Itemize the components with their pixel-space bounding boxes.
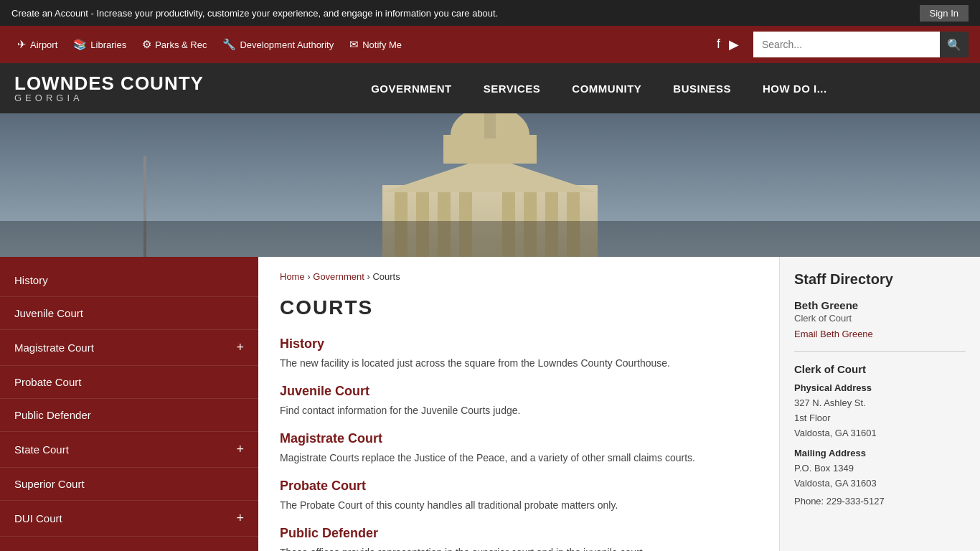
sidebar-item-juvenile[interactable]: Juvenile Court bbox=[0, 297, 258, 330]
mailing-address-label: Mailing Address bbox=[794, 448, 966, 458]
content-area: History Juvenile Court Magistrate Court … bbox=[0, 257, 980, 551]
nav-how-do-i[interactable]: HOW DO I... bbox=[747, 63, 843, 113]
section-juvenile-heading: Juvenile Court bbox=[280, 384, 758, 399]
utility-links: ✈ Airport 📚 Libraries ⚙ Parks & Rec 🔧 De… bbox=[11, 38, 702, 51]
section-magistrate-text: Magistrate Courts replace the Justice of… bbox=[280, 451, 758, 466]
sidebar-superior-label: Superior Court bbox=[14, 478, 85, 490]
sidebar-item-superior[interactable]: Superior Court bbox=[0, 468, 258, 501]
staff-person: Beth Greene Clerk of Court Email Beth Gr… bbox=[794, 299, 966, 339]
facebook-icon: f bbox=[717, 37, 720, 51]
nav-business[interactable]: BUSINESS bbox=[657, 63, 747, 113]
primary-nav: GOVERNMENT SERVICES COMMUNITY BUSINESS H… bbox=[232, 63, 966, 113]
sign-in-button[interactable]: Sign In bbox=[920, 5, 969, 22]
breadcrumb-home[interactable]: Home bbox=[280, 271, 305, 282]
hero-image bbox=[0, 113, 980, 257]
clerk-section-title: Clerk of Court bbox=[794, 363, 966, 375]
search-input[interactable] bbox=[753, 32, 940, 57]
dev-icon: 🔧 bbox=[222, 38, 236, 51]
sidebar-item-dui[interactable]: DUI Court + bbox=[0, 501, 258, 537]
svg-rect-15 bbox=[0, 221, 980, 257]
parks-icon: ⚙ bbox=[142, 38, 151, 51]
section-probate-heading: Probate Court bbox=[280, 479, 758, 494]
nav-services[interactable]: SERVICES bbox=[468, 63, 557, 113]
breadcrumb-government[interactable]: Government bbox=[313, 271, 364, 282]
notify-icon: ✉ bbox=[349, 38, 359, 51]
dev-authority-link[interactable]: 🔧 Development Authority bbox=[217, 38, 339, 51]
search-button[interactable]: 🔍 bbox=[940, 32, 969, 57]
parks-label: Parks & Rec bbox=[155, 39, 207, 50]
top-banner: Create an Account - Increase your produc… bbox=[0, 0, 980, 26]
airport-label: Airport bbox=[30, 39, 57, 50]
utility-nav: ✈ Airport 📚 Libraries ⚙ Parks & Rec 🔧 De… bbox=[0, 26, 980, 63]
site-logo[interactable]: LOWNDES COUNTY GEORGIA bbox=[14, 74, 204, 103]
sidebar-item-public-defender[interactable]: Public Defender bbox=[0, 399, 258, 432]
notify-link[interactable]: ✉ Notify Me bbox=[344, 38, 407, 51]
notify-label: Notify Me bbox=[362, 39, 402, 50]
sidebar-probate-label: Probate Court bbox=[14, 376, 81, 388]
physical-address-label: Physical Address bbox=[794, 382, 966, 393]
staff-name: Beth Greene bbox=[794, 299, 966, 311]
youtube-link[interactable]: ▶ bbox=[729, 37, 739, 52]
sidebar-juvenile-label: Juvenile Court bbox=[14, 307, 83, 319]
social-icons: f ▶ bbox=[717, 37, 739, 52]
section-magistrate-heading: Magistrate Court bbox=[280, 431, 758, 446]
breadcrumb: Home › Government › Courts bbox=[280, 271, 758, 282]
parks-link[interactable]: ⚙ Parks & Rec bbox=[136, 38, 212, 51]
sidebar-item-probate[interactable]: Probate Court bbox=[0, 366, 258, 399]
phone-text: Phone: 229-333-5127 bbox=[794, 496, 966, 507]
section-public-defender-text: These offices provide representation in … bbox=[280, 545, 758, 551]
staff-email-link[interactable]: Email Beth Greene bbox=[794, 329, 873, 339]
search-bar: 🔍 bbox=[753, 32, 969, 57]
sidebar-public-defender-label: Public Defender bbox=[14, 409, 91, 421]
sidebar-dui-label: DUI Court bbox=[14, 512, 62, 524]
nav-community[interactable]: COMMUNITY bbox=[556, 63, 657, 113]
libraries-label: Libraries bbox=[90, 39, 126, 50]
physical-address: 327 N. Ashley St. 1st Floor Valdosta, GA… bbox=[794, 396, 966, 441]
mailing-address: P.O. Box 1349 Valdosta, GA 31603 bbox=[794, 461, 966, 491]
page-title: COURTS bbox=[280, 296, 758, 319]
section-history-text: The new facility is located just across … bbox=[280, 356, 758, 371]
logo-title: LOWNDES COUNTY bbox=[14, 74, 204, 93]
main-content: Home › Government › Courts COURTS Histor… bbox=[258, 257, 779, 551]
dui-expand-icon[interactable]: + bbox=[236, 511, 244, 526]
logo-subtitle: GEORGIA bbox=[14, 93, 83, 103]
nav-government[interactable]: GOVERNMENT bbox=[355, 63, 468, 113]
svg-rect-13 bbox=[484, 113, 496, 138]
sidebar-item-history[interactable]: History bbox=[0, 264, 258, 297]
section-probate-text: The Probate Court of this county handles… bbox=[280, 498, 758, 513]
facebook-link[interactable]: f bbox=[717, 37, 720, 52]
staff-directory: Staff Directory Beth Greene Clerk of Cou… bbox=[779, 257, 980, 551]
sidebar-item-state[interactable]: State Court + bbox=[0, 432, 258, 468]
section-public-defender-heading: Public Defender bbox=[280, 526, 758, 541]
staff-divider bbox=[794, 351, 966, 352]
dev-label: Development Authority bbox=[240, 39, 334, 50]
sidebar-magistrate-label: Magistrate Court bbox=[14, 342, 94, 354]
sidebar-state-label: State Court bbox=[14, 443, 69, 456]
airport-link[interactable]: ✈ Airport bbox=[11, 38, 63, 51]
sidebar-history-label: History bbox=[14, 274, 48, 286]
section-history-heading: History bbox=[280, 336, 758, 352]
youtube-icon: ▶ bbox=[729, 37, 739, 52]
section-juvenile-text: Find contact information for the Juvenil… bbox=[280, 403, 758, 418]
main-nav: LOWNDES COUNTY GEORGIA GOVERNMENT SERVIC… bbox=[0, 63, 980, 113]
clerk-section: Clerk of Court Physical Address 327 N. A… bbox=[794, 363, 966, 507]
sidebar-item-magistrate[interactable]: Magistrate Court + bbox=[0, 330, 258, 366]
sidebar: History Juvenile Court Magistrate Court … bbox=[0, 257, 258, 551]
airport-icon: ✈ bbox=[17, 38, 27, 51]
state-expand-icon[interactable]: + bbox=[236, 442, 244, 457]
banner-text: Create an Account - Increase your produc… bbox=[11, 8, 920, 19]
breadcrumb-current: Courts bbox=[372, 271, 400, 282]
hero-building bbox=[0, 113, 980, 257]
staff-directory-title: Staff Directory bbox=[794, 271, 966, 288]
libraries-icon: 📚 bbox=[73, 38, 87, 51]
libraries-link[interactable]: 📚 Libraries bbox=[67, 38, 132, 51]
magistrate-expand-icon[interactable]: + bbox=[236, 340, 244, 355]
staff-role: Clerk of Court bbox=[794, 313, 966, 324]
